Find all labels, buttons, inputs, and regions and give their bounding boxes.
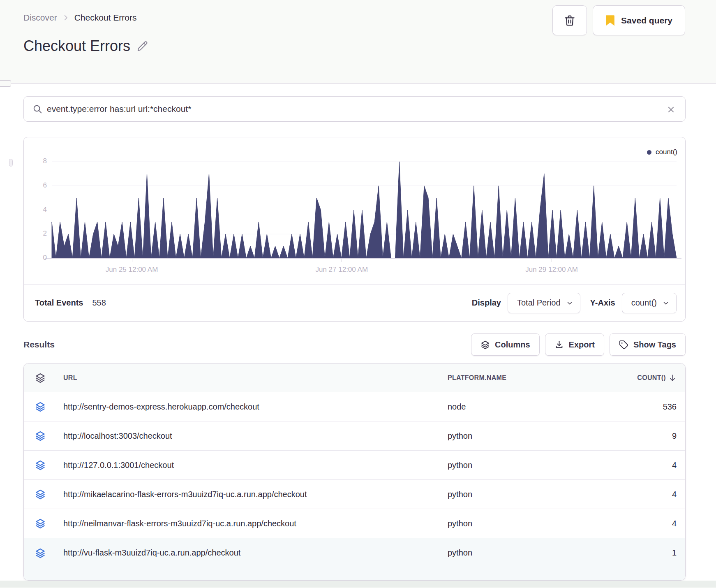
row-url-cell[interactable]: http://localhost:3003/checkout	[63, 431, 448, 441]
row-count-cell[interactable]: 4	[591, 461, 685, 470]
row-platform-cell[interactable]: python	[448, 490, 591, 499]
sidebar-collapse-handle[interactable]	[0, 80, 11, 87]
columns-button[interactable]: Columns	[471, 333, 540, 356]
row-url-cell[interactable]: http://sentry-demos-express.herokuapp.co…	[63, 402, 448, 412]
layers-icon	[480, 340, 490, 350]
table-row[interactable]: http://sentry-demos-express.herokuapp.co…	[24, 392, 685, 421]
search-bar[interactable]: event.type:error has:url url:*checkout*	[23, 96, 686, 122]
download-icon	[554, 340, 564, 350]
row-url-cell[interactable]: http://neilmanvar-flask-errors-m3uuizd7i…	[63, 519, 448, 528]
table-header-row: URL PLATFORM.NAME COUNT()	[24, 363, 685, 392]
table-row[interactable]: http://neilmanvar-flask-errors-m3uuizd7i…	[24, 509, 685, 538]
discover-page: Discover Checkout Errors Checkout Errors	[0, 0, 716, 588]
table-row[interactable]: http://127.0.0.1:3001/checkout python 4	[24, 451, 685, 480]
chevron-down-icon	[662, 299, 670, 307]
show-tags-button-label: Show Tags	[633, 340, 676, 350]
table-row[interactable]: http://vu-flask-m3uuizd7iq-uc.a.run.app/…	[24, 538, 685, 580]
column-header-url[interactable]: URL	[63, 374, 448, 382]
row-count-cell[interactable]: 4	[591, 519, 685, 528]
row-url-cell[interactable]: http://mikaelacarino-flask-errors-m3uuiz…	[63, 490, 448, 499]
bookmark-icon	[605, 15, 615, 26]
trash-icon	[563, 14, 576, 27]
export-button[interactable]: Export	[545, 333, 604, 356]
x-axis-tick-label: Jun 25 12:00 AM	[87, 266, 177, 274]
table-body: http://sentry-demos-express.herokuapp.co…	[24, 392, 685, 580]
row-actions-layers-icon[interactable]	[24, 431, 63, 441]
row-count-cell[interactable]: 4	[591, 490, 685, 499]
row-url-cell[interactable]: http://vu-flask-m3uuizd7iq-uc.a.run.app/…	[63, 548, 448, 558]
y-axis-tick-label: 4	[27, 206, 47, 214]
yaxis-dropdown[interactable]: count()	[622, 293, 677, 313]
row-count-cell[interactable]: 536	[591, 402, 685, 412]
tag-icon	[619, 340, 628, 350]
events-chart-panel: count() Total Events 558 Display Total P…	[23, 137, 686, 322]
row-actions-layers-icon[interactable]	[24, 548, 63, 558]
row-url-cell[interactable]: http://127.0.0.1:3001/checkout	[63, 461, 448, 470]
column-header-count[interactable]: COUNT()	[591, 374, 685, 382]
page-header: Discover Checkout Errors Checkout Errors	[0, 0, 716, 83]
saved-query-label: Saved query	[621, 16, 672, 25]
yaxis-dropdown-value: count()	[631, 298, 657, 308]
row-platform-cell[interactable]: node	[448, 402, 591, 412]
chart-footer: Total Events 558 Display Total Period Y-…	[24, 284, 685, 321]
row-actions-layers-icon[interactable]	[24, 518, 63, 529]
y-axis-tick-label: 0	[27, 254, 47, 262]
y-axis-tick-label: 8	[27, 157, 47, 165]
results-table: URL PLATFORM.NAME COUNT() http://sentry-…	[23, 363, 686, 581]
legend-dot-icon	[647, 150, 651, 155]
display-dropdown-value: Total Period	[517, 298, 561, 308]
yaxis-label: Y-Axis	[590, 298, 615, 308]
display-label: Display	[472, 298, 501, 308]
chart-legend[interactable]: count()	[647, 148, 677, 156]
breadcrumb-current: Checkout Errors	[74, 13, 137, 23]
row-actions-layers-icon[interactable]	[24, 460, 63, 470]
y-axis-tick-label: 6	[27, 181, 47, 190]
export-button-label: Export	[569, 340, 595, 350]
breadcrumb-discover-link[interactable]: Discover	[23, 13, 57, 23]
row-actions-layers-icon[interactable]	[24, 489, 63, 500]
chevron-right-icon	[62, 14, 69, 21]
chevron-down-icon	[566, 299, 573, 307]
search-query-input[interactable]: event.type:error has:url url:*checkout*	[47, 104, 191, 114]
display-dropdown[interactable]: Total Period	[508, 293, 580, 313]
y-axis-tick-label: 2	[27, 229, 47, 238]
row-platform-cell[interactable]: python	[448, 548, 591, 558]
columns-button-label: Columns	[495, 340, 530, 350]
results-heading: Results	[23, 340, 55, 350]
x-axis-tick	[342, 259, 342, 262]
sort-desc-arrow-icon	[668, 374, 677, 382]
total-events-label: Total Events	[35, 298, 83, 308]
x-axis-tick-label: Jun 29 12:00 AM	[506, 266, 597, 274]
legend-label: count()	[656, 148, 677, 156]
search-icon	[32, 104, 43, 114]
row-count-cell[interactable]: 9	[591, 431, 685, 441]
clear-search-icon[interactable]	[666, 105, 676, 114]
x-axis-tick	[552, 259, 552, 262]
page-bottom-strip	[0, 581, 716, 588]
row-platform-cell[interactable]: python	[448, 431, 591, 441]
saved-query-button[interactable]: Saved query	[593, 5, 685, 35]
x-axis-tick	[132, 259, 132, 262]
delete-query-button[interactable]	[552, 5, 587, 35]
column-header-platform[interactable]: PLATFORM.NAME	[448, 374, 591, 382]
show-tags-button[interactable]: Show Tags	[610, 333, 686, 356]
resize-handle	[9, 159, 13, 167]
edit-title-pencil-icon[interactable]	[137, 41, 148, 52]
row-count-cell[interactable]: 1	[591, 548, 685, 558]
area-chart[interactable]	[52, 162, 677, 259]
row-actions-layers-icon[interactable]	[24, 401, 63, 412]
page-title: Checkout Errors	[23, 37, 130, 55]
table-row[interactable]: http://mikaelacarino-flask-errors-m3uuiz…	[24, 480, 685, 509]
x-axis-tick-label: Jun 27 12:00 AM	[296, 266, 387, 274]
table-row[interactable]: http://localhost:3003/checkout python 9	[24, 421, 685, 451]
column-actions-icon[interactable]	[24, 373, 63, 383]
row-platform-cell[interactable]: python	[448, 519, 591, 528]
row-platform-cell[interactable]: python	[448, 461, 591, 470]
total-events-value: 558	[92, 298, 106, 308]
